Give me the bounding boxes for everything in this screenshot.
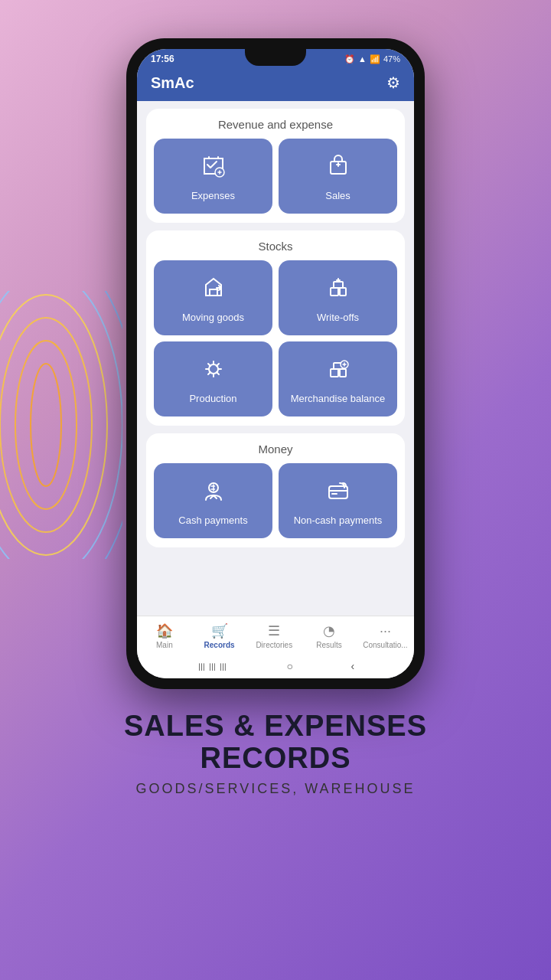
nav-consultations-icon: ··· — [380, 623, 391, 639]
svg-rect-11 — [331, 288, 338, 296]
non-cash-payments-icon — [324, 477, 352, 508]
section-stocks-title: Stocks — [154, 240, 397, 253]
btn-non-cash-payments[interactable]: Non-cash payments — [279, 463, 397, 538]
write-offs-label: Write-offs — [317, 312, 359, 325]
btn-merchandise-balance[interactable]: Merchandise balance — [279, 341, 397, 416]
production-label: Production — [189, 393, 236, 406]
btn-sales[interactable]: Sales — [279, 139, 397, 214]
nav-records[interactable]: 🛒 Records — [198, 622, 240, 649]
section-stocks: Stocks Moving goods — [146, 230, 405, 426]
alarm-icon: ⏰ — [344, 54, 355, 64]
moving-goods-icon — [200, 274, 227, 305]
section-money-title: Money — [154, 443, 397, 456]
btn-production[interactable]: Production — [154, 341, 272, 416]
status-time: 17:56 — [151, 54, 174, 64]
settings-icon[interactable]: ⚙ — [386, 74, 400, 92]
nav-records-label: Records — [204, 641, 235, 649]
write-offs-icon — [324, 274, 352, 305]
section-revenue: Revenue and expense Expense — [146, 109, 405, 223]
nav-directories-label: Directories — [256, 641, 292, 649]
top-bar: SmAc ⚙ — [137, 67, 414, 101]
android-back-icon[interactable]: ‹ — [350, 660, 354, 672]
section-revenue-title: Revenue and expense — [154, 118, 397, 131]
svg-point-7 — [15, 341, 77, 509]
nav-consultations[interactable]: ··· Consultatio... — [363, 623, 407, 649]
sales-icon — [324, 152, 352, 184]
nav-main-label: Main — [156, 641, 173, 649]
nav-results-icon: ◔ — [323, 622, 335, 639]
production-icon — [200, 355, 227, 387]
merchandise-balance-label: Merchandise balance — [291, 393, 386, 406]
btn-cash-payments[interactable]: Cash payments — [154, 463, 272, 538]
moving-goods-label: Moving goods — [182, 312, 244, 325]
battery-text: 47% — [383, 54, 400, 64]
svg-point-8 — [31, 364, 61, 486]
svg-rect-13 — [334, 282, 343, 288]
cash-payments-icon — [200, 477, 227, 508]
nav-directories[interactable]: ☰ Directories — [253, 622, 295, 649]
svg-point-6 — [0, 318, 92, 532]
revenue-grid: Expenses Sales — [154, 139, 397, 214]
btn-moving-goods[interactable]: Moving goods — [154, 260, 272, 335]
status-icons: ⏰ ▲ 📶 47% — [344, 54, 400, 64]
android-nav: ⫼⫼⫼ ○ ‹ — [137, 654, 414, 678]
section-money: Money Cash payments — [146, 433, 405, 547]
wifi-icon: ▲ — [358, 54, 367, 64]
svg-rect-16 — [340, 369, 346, 377]
bottom-subtext: GOODS/SERVICES, WAREHOUSE — [124, 781, 427, 797]
merchandise-balance-icon — [324, 355, 352, 387]
nav-records-icon: 🛒 — [211, 622, 228, 639]
nav-consultations-label: Consultatio... — [363, 641, 407, 649]
sales-label: Sales — [325, 190, 350, 203]
btn-expenses[interactable]: Expenses — [154, 139, 272, 214]
android-home-icon[interactable]: ○ — [286, 660, 292, 672]
non-cash-payments-label: Non-cash payments — [294, 514, 383, 528]
btn-write-offs[interactable]: Write-offs — [279, 260, 397, 335]
bottom-nav: 🏠 Main 🛒 Records ☰ Directories ◔ Results… — [137, 616, 414, 654]
nav-results-label: Results — [316, 641, 341, 649]
nav-results[interactable]: ◔ Results — [308, 622, 350, 649]
nav-main-icon: 🏠 — [156, 622, 173, 639]
svg-rect-12 — [340, 288, 346, 296]
phone-frame: 17:56 ⏰ ▲ 📶 47% SmAc ⚙ Revenue and expen… — [126, 38, 425, 689]
money-grid: Cash payments Non-cash pa — [154, 463, 397, 538]
app-title: SmAc — [151, 74, 194, 92]
scroll-content: Revenue and expense Expense — [137, 101, 414, 616]
nav-directories-icon: ☰ — [268, 622, 280, 639]
bottom-text-block: SALES & EXPENSESRECORDS GOODS/SERVICES, … — [124, 710, 427, 797]
phone-notch — [245, 49, 306, 66]
expenses-icon — [200, 152, 227, 184]
cash-payments-label: Cash payments — [178, 514, 247, 528]
svg-rect-15 — [331, 369, 338, 377]
nav-main[interactable]: 🏠 Main — [143, 622, 185, 649]
stocks-grid: Moving goods Write-offs — [154, 260, 397, 416]
bottom-headline: SALES & EXPENSESRECORDS — [124, 710, 427, 775]
android-recent-icon[interactable]: ⫼⫼⫼ — [197, 660, 229, 672]
signal-icon: 📶 — [370, 54, 380, 64]
phone-screen: 17:56 ⏰ ▲ 📶 47% SmAc ⚙ Revenue and expen… — [137, 49, 414, 678]
expenses-label: Expenses — [191, 190, 235, 203]
